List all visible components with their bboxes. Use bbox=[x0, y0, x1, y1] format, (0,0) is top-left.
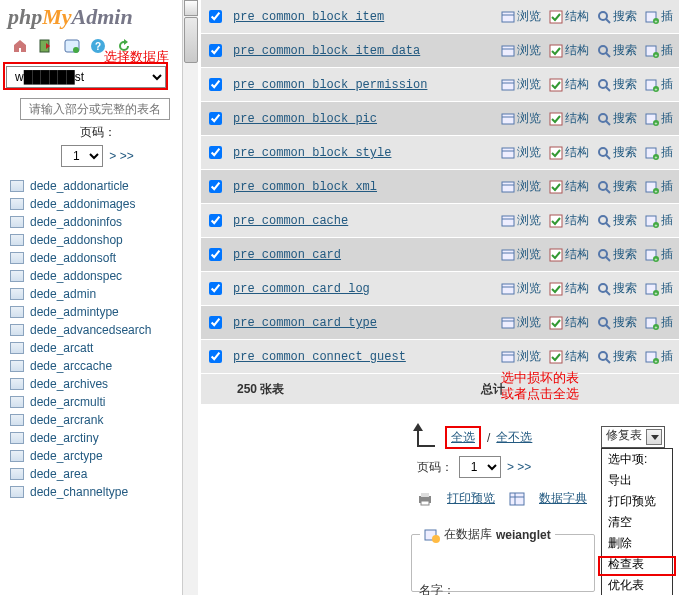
tree-item-link[interactable]: dede_advancedsearch bbox=[30, 323, 151, 337]
tree-item[interactable]: dede_admin bbox=[0, 285, 195, 303]
op-structure[interactable]: 结构 bbox=[549, 246, 589, 263]
op-search[interactable]: 搜索 bbox=[597, 314, 637, 331]
tree-item[interactable]: dede_addonspec bbox=[0, 267, 195, 285]
op-search[interactable]: 搜索 bbox=[597, 76, 637, 93]
tree-item-link[interactable]: dede_arcatt bbox=[30, 341, 93, 355]
uncheck-all-link[interactable]: 全不选 bbox=[496, 429, 532, 446]
op-search[interactable]: 搜索 bbox=[597, 246, 637, 263]
op-search[interactable]: 搜索 bbox=[597, 144, 637, 161]
tree-item-link[interactable]: dede_arcmulti bbox=[30, 395, 105, 409]
tree-item[interactable]: dede_arcmulti bbox=[0, 393, 195, 411]
table-name-link[interactable]: pre_common_block_style bbox=[233, 146, 391, 160]
op-structure[interactable]: 结构 bbox=[549, 76, 589, 93]
op-insert[interactable]: +插 bbox=[645, 280, 673, 297]
op-search[interactable]: 搜索 bbox=[597, 280, 637, 297]
table-name-link[interactable]: pre_common_block_xml bbox=[233, 180, 377, 194]
data-dictionary-link[interactable]: 数据字典 bbox=[539, 490, 587, 507]
tree-item[interactable]: dede_addonarticle bbox=[0, 177, 195, 195]
page-select[interactable]: 1 bbox=[61, 145, 103, 167]
tree-item-link[interactable]: dede_admin bbox=[30, 287, 96, 301]
page-next[interactable]: > >> bbox=[109, 149, 133, 163]
tree-item[interactable]: dede_arcatt bbox=[0, 339, 195, 357]
database-select[interactable]: w██████st bbox=[6, 66, 166, 88]
op-search[interactable]: 搜索 bbox=[597, 42, 637, 59]
tree-item-link[interactable]: dede_addonsoft bbox=[30, 251, 116, 265]
tree-item[interactable]: dede_archives bbox=[0, 375, 195, 393]
row-checkbox[interactable] bbox=[209, 10, 222, 23]
tree-item[interactable]: dede_arctype bbox=[0, 447, 195, 465]
op-insert[interactable]: +插 bbox=[645, 314, 673, 331]
tree-item[interactable]: dede_addonimages bbox=[0, 195, 195, 213]
row-checkbox[interactable] bbox=[209, 112, 222, 125]
op-structure[interactable]: 结构 bbox=[549, 144, 589, 161]
sql-icon[interactable] bbox=[64, 38, 80, 54]
exit-icon[interactable] bbox=[38, 38, 54, 54]
page2-select[interactable]: 1 bbox=[459, 456, 501, 478]
op-search[interactable]: 搜索 bbox=[597, 178, 637, 195]
op-structure[interactable]: 结构 bbox=[549, 42, 589, 59]
row-checkbox[interactable] bbox=[209, 316, 222, 329]
op-insert[interactable]: +插 bbox=[645, 8, 673, 25]
row-checkbox[interactable] bbox=[209, 146, 222, 159]
tree-item-link[interactable]: dede_area bbox=[30, 467, 87, 481]
op-browse[interactable]: 浏览 bbox=[501, 76, 541, 93]
op-structure[interactable]: 结构 bbox=[549, 280, 589, 297]
op-insert[interactable]: +插 bbox=[645, 178, 673, 195]
table-filter-input[interactable] bbox=[20, 98, 170, 120]
tree-item[interactable]: dede_advancedsearch bbox=[0, 321, 195, 339]
row-checkbox[interactable] bbox=[209, 78, 222, 91]
op-insert[interactable]: +插 bbox=[645, 348, 673, 365]
tree-item-link[interactable]: dede_arcrank bbox=[30, 413, 103, 427]
op-browse[interactable]: 浏览 bbox=[501, 178, 541, 195]
op-browse[interactable]: 浏览 bbox=[501, 280, 541, 297]
row-checkbox[interactable] bbox=[209, 350, 222, 363]
op-browse[interactable]: 浏览 bbox=[501, 246, 541, 263]
op-insert[interactable]: +插 bbox=[645, 42, 673, 59]
table-name-link[interactable]: pre_common_card_type bbox=[233, 316, 377, 330]
dropdown-item[interactable]: 导出 bbox=[602, 470, 672, 491]
tree-item-link[interactable]: dede_arctype bbox=[30, 449, 103, 463]
tree-item-link[interactable]: dede_arccache bbox=[30, 359, 112, 373]
tree-item-link[interactable]: dede_arctiny bbox=[30, 431, 99, 445]
op-structure[interactable]: 结构 bbox=[549, 8, 589, 25]
op-insert[interactable]: +插 bbox=[645, 76, 673, 93]
tree-item-link[interactable]: dede_addonimages bbox=[30, 197, 135, 211]
tree-item[interactable]: dede_arccache bbox=[0, 357, 195, 375]
tree-item[interactable]: dede_addoninfos bbox=[0, 213, 195, 231]
row-checkbox[interactable] bbox=[209, 248, 222, 261]
op-search[interactable]: 搜索 bbox=[597, 212, 637, 229]
chevron-down-icon[interactable] bbox=[646, 429, 662, 445]
row-checkbox[interactable] bbox=[209, 180, 222, 193]
tree-item[interactable]: dede_addonsoft bbox=[0, 249, 195, 267]
op-browse[interactable]: 浏览 bbox=[501, 212, 541, 229]
op-structure[interactable]: 结构 bbox=[549, 314, 589, 331]
op-structure[interactable]: 结构 bbox=[549, 212, 589, 229]
row-checkbox[interactable] bbox=[209, 214, 222, 227]
table-name-link[interactable]: pre_common_block_item_data bbox=[233, 44, 420, 58]
op-search[interactable]: 搜索 bbox=[597, 8, 637, 25]
dropdown-item[interactable]: 清空 bbox=[602, 512, 672, 533]
sidebar-scrollbar[interactable] bbox=[182, 0, 198, 595]
dropdown-item[interactable]: 删除 bbox=[602, 533, 672, 554]
op-browse[interactable]: 浏览 bbox=[501, 348, 541, 365]
dropdown-item[interactable]: 打印预览 bbox=[602, 491, 672, 512]
tree-item-link[interactable]: dede_addoninfos bbox=[30, 215, 122, 229]
op-insert[interactable]: +插 bbox=[645, 212, 673, 229]
dropdown-item[interactable]: 优化表 bbox=[602, 575, 672, 595]
tree-item-link[interactable]: dede_addonarticle bbox=[30, 179, 129, 193]
row-checkbox[interactable] bbox=[209, 44, 222, 57]
op-browse[interactable]: 浏览 bbox=[501, 314, 541, 331]
op-browse[interactable]: 浏览 bbox=[501, 144, 541, 161]
with-selected-select[interactable]: 修复表 bbox=[601, 426, 665, 448]
op-search[interactable]: 搜索 bbox=[597, 110, 637, 127]
op-insert[interactable]: +插 bbox=[645, 110, 673, 127]
op-insert[interactable]: +插 bbox=[645, 246, 673, 263]
table-name-link[interactable]: pre_common_block_pic bbox=[233, 112, 377, 126]
tree-item[interactable]: dede_area bbox=[0, 465, 195, 483]
row-checkbox[interactable] bbox=[209, 282, 222, 295]
op-structure[interactable]: 结构 bbox=[549, 110, 589, 127]
home-icon[interactable] bbox=[12, 38, 28, 54]
tree-item[interactable]: dede_arcrank bbox=[0, 411, 195, 429]
op-structure[interactable]: 结构 bbox=[549, 348, 589, 365]
op-search[interactable]: 搜索 bbox=[597, 348, 637, 365]
